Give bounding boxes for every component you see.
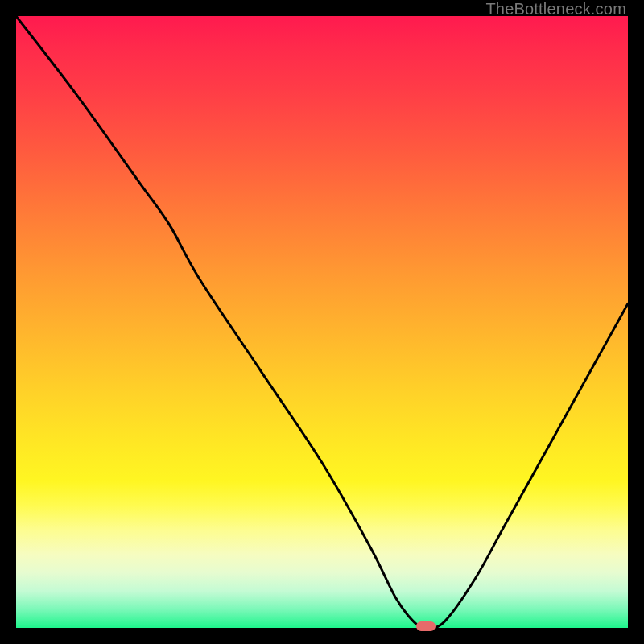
plot-area <box>16 16 628 628</box>
chart-frame: TheBottleneck.com <box>0 0 644 644</box>
curve-path <box>16 16 628 628</box>
bottleneck-curve <box>16 16 628 628</box>
watermark-text: TheBottleneck.com <box>485 0 626 19</box>
optimal-point-marker <box>416 621 436 631</box>
